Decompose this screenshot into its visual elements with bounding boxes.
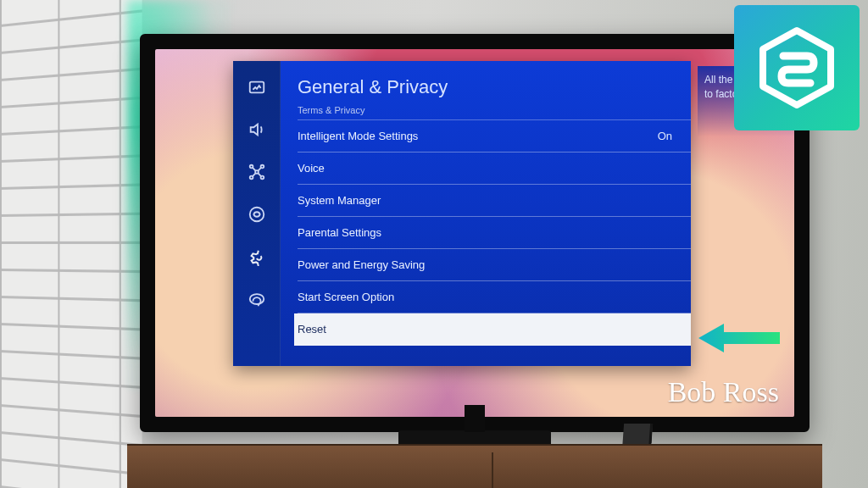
- settings-sidebar: [233, 61, 281, 366]
- svg-point-3: [260, 165, 264, 169]
- signature: Bob Ross: [668, 376, 779, 408]
- scene-root: General & Privacy Terms & Privacy Intell…: [0, 0, 868, 488]
- row-start-label: Start Screen Option: [298, 281, 394, 313]
- connection-icon[interactable]: [244, 159, 270, 185]
- row-intelligent-label: Intelligent Mode Settings: [298, 120, 418, 152]
- svg-point-6: [249, 208, 264, 222]
- brick-wall: [0, 0, 142, 488]
- settings-main: General & Privacy Terms & Privacy Intell…: [281, 61, 691, 366]
- svg-marker-8: [698, 324, 780, 352]
- svg-rect-0: [249, 82, 264, 93]
- row-reset[interactable]: Reset: [294, 313, 691, 346]
- svg-point-5: [260, 176, 264, 180]
- row-power[interactable]: Power and Energy Saving: [298, 249, 691, 281]
- row-power-label: Power and Energy Saving: [298, 249, 425, 280]
- row-intelligent[interactable]: Intelligent Mode Settings On: [298, 120, 691, 152]
- svg-point-7: [249, 294, 264, 304]
- svg-point-1: [255, 170, 259, 174]
- settings-panel: General & Privacy Terms & Privacy Intell…: [233, 61, 691, 366]
- picture-icon[interactable]: [244, 75, 270, 100]
- annotation-arrow-icon: [695, 324, 780, 352]
- row-parental[interactable]: Parental Settings: [298, 217, 691, 249]
- row-system-label: System Manager: [298, 185, 381, 216]
- row-reset-label: Reset: [298, 313, 326, 346]
- settings-title: General & Privacy: [298, 71, 691, 103]
- brand-badge: [734, 5, 860, 130]
- row-start[interactable]: Start Screen Option: [298, 281, 691, 313]
- row-terms-label: Terms & Privacy: [298, 103, 364, 119]
- svg-point-4: [249, 176, 253, 180]
- sound-icon[interactable]: [244, 117, 270, 142]
- general-icon[interactable]: [244, 244, 270, 269]
- row-system[interactable]: System Manager: [298, 185, 691, 217]
- row-intelligent-value: On: [658, 120, 672, 152]
- row-parental-label: Parental Settings: [298, 217, 381, 248]
- smart-icon[interactable]: [244, 202, 270, 227]
- support-icon[interactable]: [244, 286, 270, 312]
- row-terms[interactable]: Terms & Privacy: [298, 103, 691, 120]
- brand-logo-icon: [754, 25, 839, 110]
- tv-screen: General & Privacy Terms & Privacy Intell…: [155, 49, 794, 417]
- svg-point-2: [249, 165, 253, 169]
- tv-frame: General & Privacy Terms & Privacy Intell…: [140, 34, 810, 432]
- row-voice[interactable]: Voice: [298, 152, 691, 185]
- row-voice-label: Voice: [298, 152, 325, 184]
- cabinet: [127, 444, 822, 488]
